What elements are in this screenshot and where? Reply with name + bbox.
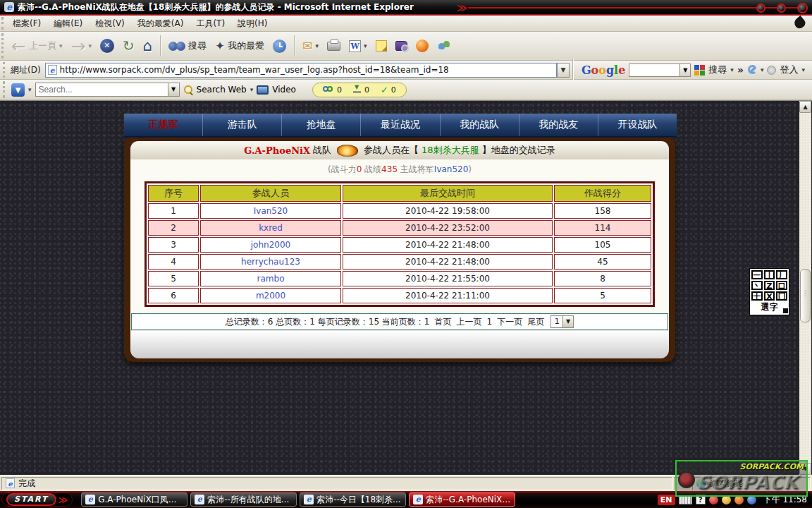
- back-dropdown-icon[interactable]: ▾: [59, 42, 63, 49]
- refresh-button[interactable]: ↻: [119, 34, 138, 58]
- toolbar-overflow-chevron[interactable]: »: [737, 64, 744, 75]
- toolbar2-search-box[interactable]: ▼: [35, 83, 180, 97]
- ime-select-char-button[interactable]: 選字: [751, 301, 787, 313]
- nav-tab-regular-army[interactable]: 正规军: [124, 114, 202, 136]
- ime-stroke-button[interactable]: 丨: [764, 270, 775, 279]
- ime-stroke-button[interactable]: 口: [776, 281, 787, 290]
- edit-dropdown-icon[interactable]: ▾: [364, 42, 367, 49]
- nav-tab-recent-battles[interactable]: 最近战况: [360, 114, 439, 136]
- taskbar-task-active[interactable]: e 索沛--G.A-PhoeNiX战...: [409, 492, 515, 507]
- video-button[interactable]: Video: [272, 85, 296, 95]
- messenger-button[interactable]: [433, 34, 455, 58]
- google-search-dropdown-icon[interactable]: ▾: [730, 66, 734, 73]
- search-button[interactable]: 搜尋: [165, 34, 210, 58]
- search-dropdown-icon[interactable]: ▼: [168, 83, 179, 96]
- ime-stroke-button[interactable]: 一: [751, 270, 763, 279]
- edit-word-button[interactable]: W ▾: [345, 34, 371, 58]
- player-link[interactable]: herrychau123: [241, 257, 300, 267]
- home-button[interactable]: ⌂: [140, 34, 156, 58]
- google-input-dropdown-icon[interactable]: ▼: [679, 64, 690, 76]
- site-navigation: 正规军 游击队 抢地盘 最近战况 我的战队 我的战友 开设战队: [124, 114, 677, 137]
- toolbar-grip[interactable]: [3, 62, 6, 78]
- player-link[interactable]: kxred: [259, 223, 283, 233]
- mail-dropdown-icon[interactable]: ▾: [316, 42, 319, 49]
- checked-counter[interactable]: ✓ 0: [381, 85, 396, 95]
- download-icon: [353, 85, 362, 94]
- maximize-button[interactable]: [777, 4, 786, 13]
- language-indicator[interactable]: EN: [658, 495, 675, 505]
- nav-tab-create-team[interactable]: 开设战队: [598, 114, 677, 136]
- forward-dropdown-icon[interactable]: ▾: [88, 42, 92, 49]
- menu-edit[interactable]: 編輯(E): [47, 16, 89, 32]
- menu-file[interactable]: 檔案(F): [6, 16, 47, 32]
- prev-page-link[interactable]: 上一页: [456, 316, 481, 328]
- url-text[interactable]: http://www.sorpack.com/dv_plus/sp_team/t…: [60, 65, 449, 75]
- address-input[interactable]: e http://www.sorpack.com/dv_plus/sp_team…: [45, 63, 557, 78]
- search-web-button[interactable]: Search Web: [197, 85, 247, 95]
- signin-dropdown-icon[interactable]: ▾: [801, 66, 805, 73]
- stop-button[interactable]: ✕: [97, 34, 118, 58]
- ie-app-icon: e: [4, 2, 14, 12]
- last-page-link[interactable]: 尾页: [527, 316, 544, 328]
- menu-view[interactable]: 檢視(V): [89, 16, 131, 32]
- ime-stroke-button[interactable]: 丶: [751, 281, 763, 290]
- google-signin-button[interactable]: 登入: [780, 64, 798, 76]
- player-link[interactable]: m2000: [256, 291, 285, 301]
- ime-stroke-button[interactable]: 冂: [776, 291, 787, 301]
- favorites-button[interactable]: ✦ 我的最愛: [211, 34, 268, 58]
- toolbar2-brand-dropdown-icon[interactable]: ▾: [28, 86, 32, 93]
- address-dropdown-button[interactable]: ▼: [557, 63, 570, 78]
- toolbar-separator: [294, 35, 295, 56]
- ime-stroke-button[interactable]: 十: [751, 291, 763, 301]
- nav-tab-grab-territory[interactable]: 抢地盘: [281, 114, 360, 136]
- ime-stroke-button[interactable]: Z: [764, 281, 775, 290]
- nav-tab-guerrilla[interactable]: 游击队: [202, 114, 281, 136]
- history-button[interactable]: [269, 34, 290, 58]
- nav-tab-my-team[interactable]: 我的战队: [440, 114, 519, 136]
- toolbar-grip[interactable]: [3, 81, 6, 98]
- search-web-dropdown-icon[interactable]: ▾: [250, 86, 254, 93]
- taskbar-task-3[interactable]: e 索沛--今日【18刺杀...: [300, 492, 406, 507]
- toolbar-grip[interactable]: [1, 17, 5, 30]
- player-link[interactable]: rambo: [257, 274, 285, 284]
- player-link[interactable]: Ivan520: [254, 206, 288, 216]
- scroll-up-button[interactable]: ▲: [799, 101, 811, 113]
- dictionary-button[interactable]: [392, 34, 411, 58]
- ime-stroke-button[interactable]: 丿: [776, 270, 787, 279]
- browser-addon-button[interactable]: [412, 34, 432, 58]
- toolbar-grip[interactable]: [1, 33, 5, 59]
- forward-button[interactable]: → ▾: [67, 34, 94, 58]
- close-button[interactable]: [797, 3, 808, 13]
- ime-stroke-button[interactable]: X: [764, 291, 775, 301]
- scrollbar-thumb[interactable]: [800, 269, 811, 322]
- page-number-link[interactable]: 1: [486, 317, 492, 327]
- menu-help[interactable]: 說明(H): [231, 16, 273, 32]
- page-select-dropdown-icon[interactable]: ▼: [562, 316, 573, 327]
- nav-tab-my-comrades[interactable]: 我的战友: [519, 114, 598, 136]
- table-row: 4 herrychau123 2010-4-22 21:48:00 45: [148, 254, 651, 270]
- print-button[interactable]: [324, 34, 344, 58]
- taskbar-task-1[interactable]: e G.A-PhoeNiX口凤凰口 ...: [81, 492, 187, 507]
- back-button[interactable]: ← 上一頁 ▾: [8, 34, 66, 58]
- links-counter[interactable]: 0: [323, 85, 342, 95]
- google-settings-wrench-icon[interactable]: [747, 65, 757, 75]
- search-input[interactable]: [36, 83, 168, 96]
- notes-button[interactable]: [372, 34, 390, 58]
- menu-tools[interactable]: 工具(T): [190, 16, 231, 32]
- general-name: Ivan520: [434, 164, 469, 174]
- first-page-link[interactable]: 首页: [434, 316, 451, 328]
- mail-button[interactable]: ✉ ▾: [299, 34, 322, 58]
- google-search-button[interactable]: 搜尋: [708, 64, 727, 76]
- player-link[interactable]: john2000: [251, 240, 290, 250]
- toolbar2-brand-icon[interactable]: ▼: [11, 83, 25, 97]
- next-page-link[interactable]: 下一页: [497, 316, 522, 328]
- start-button[interactable]: START ≫: [1, 492, 73, 507]
- google-search-input[interactable]: ▼: [629, 64, 691, 77]
- page-select[interactable]: 1 ▼: [550, 315, 574, 328]
- google-settings-dropdown-icon[interactable]: ▾: [761, 66, 764, 73]
- taskbar-task-2[interactable]: e 索沛--所有战队的地...: [190, 492, 297, 507]
- downloads-counter[interactable]: 0: [353, 85, 369, 95]
- vertical-scrollbar[interactable]: ▲ ▼: [799, 101, 811, 475]
- menu-favorites[interactable]: 我的最愛(A): [131, 16, 190, 32]
- minimize-button[interactable]: [756, 4, 765, 13]
